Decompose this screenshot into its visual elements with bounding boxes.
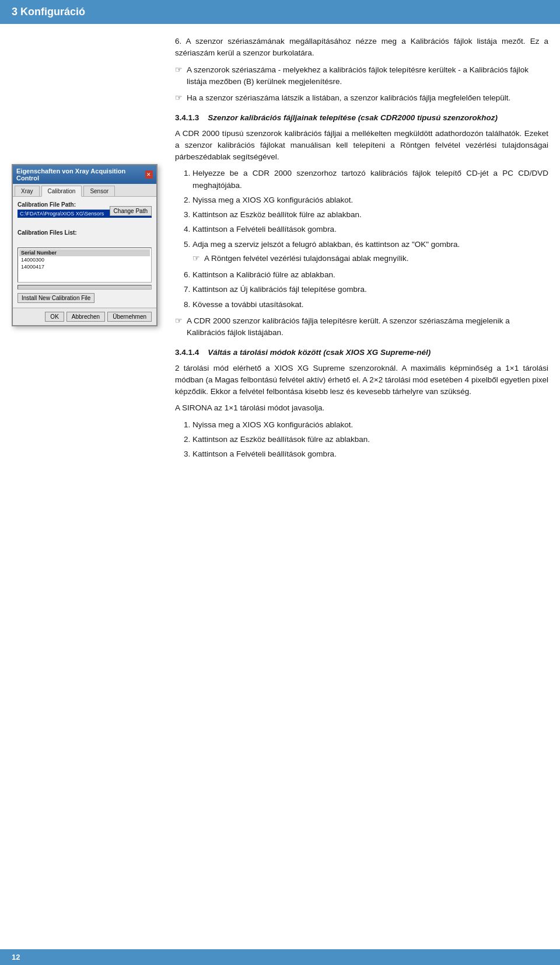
section-341-body: A CDR 2000 típusú szenzorok kalibrációs … xyxy=(175,128,548,163)
ok-button[interactable]: OK xyxy=(45,312,64,322)
note-3: A Röntgen felvétel vezérlési tulajdonság… xyxy=(192,253,548,264)
section-314-body-2: A SIRONA az 1×1 tárolási módot javasolja… xyxy=(175,402,548,414)
list-item: Kattintson az Eszköz beállítok fülre az … xyxy=(192,209,548,221)
tab-sensor[interactable]: Sensor xyxy=(83,186,115,196)
page-header: 3 Konfiguráció xyxy=(0,0,560,24)
list-item: Kattintson a Felvételi beállítások gombr… xyxy=(192,448,548,460)
dialog-title: Eigenschaften von Xray Acquisition Contr… xyxy=(16,168,145,182)
dialog-footer: OK Abbrechen Übernehmen xyxy=(13,308,156,325)
section-341-header: 3.4.1.3 Szenzor kalibrációs fájljainak t… xyxy=(175,112,548,124)
section-341-number: 3.4.1.3 xyxy=(175,113,199,122)
note-2: Ha a szenzor szériaszáma látszik a listá… xyxy=(175,92,548,104)
change-path-button[interactable]: Change Path xyxy=(110,206,152,216)
calibration-files-list: Serial Number 14000300 14000417 xyxy=(18,248,152,283)
note-4-text: A CDR 2000 szenzor kalibrációs fájlja te… xyxy=(187,316,510,337)
tab-calibration[interactable]: Calibration xyxy=(41,186,82,197)
path-area: C:\FDATA\Progra\XIOS XG\Sensors Change P… xyxy=(18,210,152,218)
section-341-title: Szenzor kalibrációs fájljainak telepítés… xyxy=(208,113,498,122)
tab-xray[interactable]: Xray xyxy=(15,186,40,196)
section-314-number: 3.4.1.4 xyxy=(175,348,199,357)
list-header: Serial Number xyxy=(19,249,150,256)
note-3-text: A Röntgen felvétel vezérlési tulajdonság… xyxy=(204,254,408,263)
page-content: Eigenschaften von Xray Acquisition Contr… xyxy=(0,24,560,476)
list-item: Nyissa meg a XIOS XG konfigurációs ablak… xyxy=(192,194,548,206)
note-1: A szenzorok szériaszáma - melyekhez a ka… xyxy=(175,64,548,88)
list-scrollbar[interactable] xyxy=(18,285,152,290)
page-footer: 12 xyxy=(0,949,560,965)
dialog-box: Eigenschaften von Xray Acquisition Contr… xyxy=(12,164,158,326)
left-column: Eigenschaften von Xray Acquisition Contr… xyxy=(12,36,163,465)
section-314-body-1: 2 tárolási mód elérhető a XIOS XG Suprem… xyxy=(175,363,548,398)
steps-341-list: Helyezze be a CDR 2000 szenzorhoz tartoz… xyxy=(175,168,548,311)
note-4: A CDR 2000 szenzor kalibrációs fájlja te… xyxy=(175,315,548,339)
note-1-text: A szenzorok szériaszáma - melyekhez a ka… xyxy=(187,65,528,86)
install-calibration-button[interactable]: Install New Calibration File xyxy=(18,293,94,303)
list-item: Kattintson az Eszköz beállítások fülre a… xyxy=(192,434,548,445)
steps-314-list: Nyissa meg a XIOS XG konfigurációs ablak… xyxy=(175,419,548,461)
list-item: 14000300 xyxy=(19,256,150,263)
dialog-close-button[interactable]: ✕ xyxy=(145,170,153,179)
note-2-text: Ha a szenzor szériaszáma látszik a listá… xyxy=(187,93,510,102)
chapter-title: 3 Konfiguráció xyxy=(12,6,85,18)
list-item: Helyezze be a CDR 2000 szenzorhoz tartoz… xyxy=(192,168,548,191)
section-314-header: 3.4.1.4 Váltás a tárolási módok között (… xyxy=(175,347,548,358)
step-5-text: Adja meg a szerviz jelszót a felugró abl… xyxy=(192,240,460,249)
calibration-files-list-label: Calibration Files List: xyxy=(18,229,152,236)
cancel-button[interactable]: Abbrechen xyxy=(66,312,105,322)
dialog-titlebar: Eigenschaften von Xray Acquisition Contr… xyxy=(13,165,156,184)
apply-button[interactable]: Übernehmen xyxy=(107,312,152,322)
list-item: Kattintson a Kalibráció fülre az ablakba… xyxy=(192,269,548,281)
list-item: 14000417 xyxy=(19,263,150,270)
dialog-tabs: Xray Calibration Sensor xyxy=(13,184,156,197)
list-item: Nyissa meg a XIOS XG konfigurációs ablak… xyxy=(192,419,548,431)
list-item: Adja meg a szerviz jelszót a felugró abl… xyxy=(192,239,548,265)
list-item: Kattintson az Új kalibrációs fájl telepí… xyxy=(192,284,548,295)
section-314-title: Váltás a tárolási módok között (csak XIO… xyxy=(208,348,430,357)
dialog-body: Calibration File Path: C:\FDATA\Progra\X… xyxy=(13,197,156,308)
page-number: 12 xyxy=(12,953,20,961)
list-item: Kövesse a további utasításokat. xyxy=(192,299,548,311)
list-item: Kattintson a Felvételi beállítások gombr… xyxy=(192,224,548,235)
intro-paragraph-1: 6. A szenzor szériaszámának megállapítás… xyxy=(175,36,548,60)
right-column: 6. A szenzor szériaszámának megállapítás… xyxy=(175,36,548,465)
